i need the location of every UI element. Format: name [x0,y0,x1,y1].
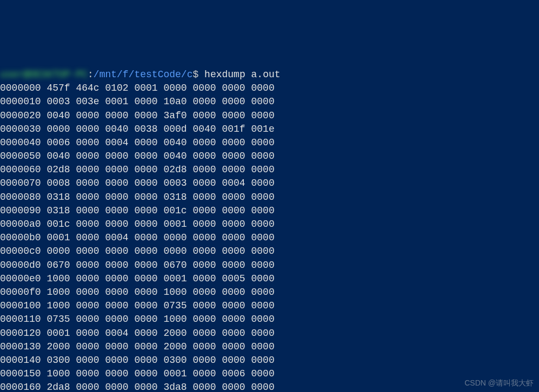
command-text: hexdump a.out [204,69,280,80]
prompt-line: user@DESKTOP-PC:/mnt/f/testCode/c$ hexdu… [0,69,281,80]
current-path: /mnt/f/testCode/c [94,69,193,80]
separator: : [88,69,94,80]
hexdump-rows: 0000000 457f 464c 0102 0001 0000 0000 00… [0,82,539,392]
dollar-sign: $ [192,69,198,80]
user-host: user@DESKTOP-PC [0,69,88,80]
watermark: CSDN @请叫我大虾 [464,378,534,389]
terminal-output[interactable]: user@DESKTOP-PC:/mnt/f/testCode/c$ hexdu… [0,55,539,392]
